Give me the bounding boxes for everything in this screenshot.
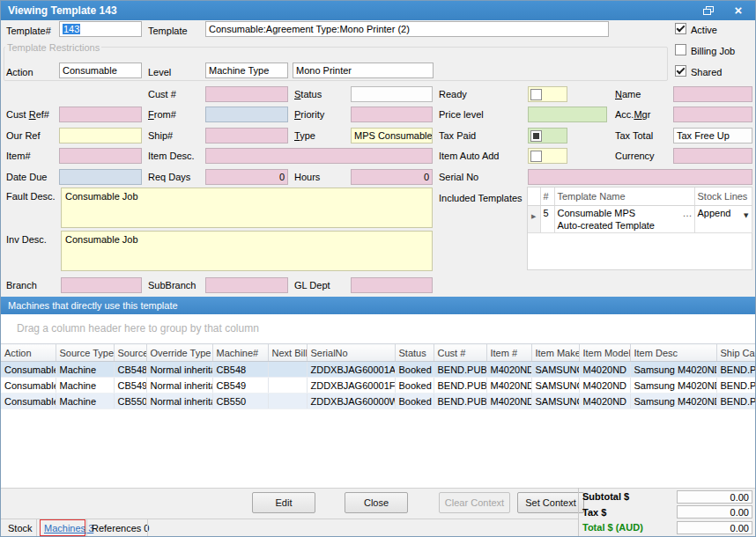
machines-cell[interactable]: SAMSUNG [531, 378, 579, 394]
machines-column-header[interactable]: Machine# [212, 344, 268, 362]
machines-column-header[interactable]: Source [114, 344, 146, 362]
ready-checkbox[interactable] [530, 89, 542, 100]
fault-desc-memo[interactable]: Consumable Job [61, 188, 433, 228]
gl-dept-field[interactable] [351, 277, 433, 293]
machines-cell[interactable]: M4020ND [486, 378, 531, 394]
machines-cell[interactable]: CB550 [114, 394, 146, 409]
serial-no-field[interactable] [528, 169, 752, 185]
template-no-field[interactable]: 143 [59, 21, 142, 37]
included-template-row[interactable]: ▶ 5 Consumable MPS … Auto-created Templa… [528, 206, 752, 233]
our-ref-field[interactable] [59, 128, 142, 143]
machines-cell[interactable]: Consumable [1, 394, 56, 409]
ready-field[interactable] [528, 86, 567, 102]
machines-cell[interactable]: SAMSUNG [531, 362, 579, 378]
machines-cell[interactable]: M4020ND [579, 378, 630, 394]
machines-cell[interactable]: Normal inheritance [146, 378, 212, 394]
machines-cell[interactable]: Machine [56, 378, 114, 394]
machines-column-header[interactable]: Item Make [531, 344, 579, 362]
machines-cell[interactable]: Consumable [1, 362, 56, 378]
machines-cell[interactable]: M4020ND [486, 362, 531, 378]
ship-no-field[interactable] [205, 128, 288, 143]
item-no-field[interactable] [59, 148, 142, 164]
machines-cell[interactable]: Consumable [1, 378, 56, 394]
tax-total-field[interactable]: Tax Free Up [673, 128, 752, 143]
priority-field[interactable] [351, 107, 433, 122]
level-type-field[interactable]: Machine Type [205, 63, 288, 78]
machines-row[interactable]: ConsumableMachineCB548Normal inheritance… [1, 362, 756, 378]
machines-cell[interactable]: M4020ND [486, 394, 531, 409]
machines-row[interactable]: ConsumableMachineCB549Normal inheritance… [1, 378, 756, 394]
machines-cell[interactable]: CB548 [212, 362, 268, 378]
billing-job-checkbox[interactable] [675, 44, 686, 55]
machines-cell[interactable]: BEND.PUBL [434, 378, 486, 394]
item-desc-field[interactable] [205, 148, 433, 164]
currency-field[interactable] [673, 148, 752, 164]
machines-cell[interactable]: ZDDXBJAG60001FD [307, 378, 395, 394]
restore-button[interactable] [695, 1, 722, 20]
tax-paid-field[interactable] [528, 128, 567, 143]
machines-cell[interactable]: Booked [395, 362, 434, 378]
machines-cell[interactable]: Normal inheritance [146, 394, 212, 409]
close-icon[interactable]: × [725, 1, 752, 20]
included-row-stock-lines[interactable]: Append▼ [694, 206, 752, 233]
item-auto-add-checkbox[interactable] [530, 151, 542, 162]
machines-cell[interactable]: Machine [56, 394, 114, 409]
req-days-field[interactable]: 0 [205, 169, 288, 185]
total-field[interactable]: 0.00 [677, 521, 752, 534]
machines-column-header[interactable]: Override Type [146, 344, 212, 362]
active-checkbox[interactable] [675, 23, 686, 34]
machines-cell[interactable]: Samsung M4020ND [630, 378, 716, 394]
machines-cell[interactable]: BEND.PUBL [434, 394, 486, 409]
type-field[interactable]: MPS Consumable [351, 128, 433, 143]
machines-cell[interactable]: SAMSUNG [531, 394, 579, 409]
subbranch-field[interactable] [205, 277, 288, 293]
machines-cell[interactable] [268, 378, 307, 394]
included-col-name[interactable]: Template Name [554, 188, 694, 206]
close-button[interactable]: Close [345, 492, 408, 513]
statusbar-tab-stock[interactable]: Stock [8, 523, 33, 533]
machines-cell[interactable] [268, 362, 307, 378]
subtotal-field[interactable]: 0.00 [677, 490, 752, 504]
dropdown-arrow-icon[interactable]: ▼ [744, 210, 748, 222]
included-col-stock[interactable]: Stock Lines [694, 188, 752, 206]
machines-cell[interactable]: Normal inheritance [146, 362, 212, 378]
machines-cell[interactable]: Samsung M4020ND [630, 362, 716, 378]
machines-column-header[interactable]: Source Type [56, 344, 114, 362]
machines-cell[interactable]: Machine [56, 362, 114, 378]
machines-cell[interactable]: CB548 [114, 362, 146, 378]
machines-column-header[interactable]: Item Desc [630, 344, 716, 362]
date-due-field[interactable] [59, 169, 142, 185]
item-auto-add-field[interactable] [528, 148, 567, 164]
action-field[interactable]: Consumable [59, 63, 142, 78]
machines-cell[interactable]: Samsung M4020ND [630, 394, 716, 409]
machines-column-header[interactable]: Ship Car [716, 344, 756, 362]
machines-column-header[interactable]: Cust # [434, 344, 486, 362]
machines-cell[interactable]: ZDDXBJAG60000WX [307, 394, 395, 409]
machines-cell[interactable]: CB549 [212, 378, 268, 394]
machines-column-header[interactable]: Next Bill [268, 344, 307, 362]
machines-cell[interactable]: BEND.PUBL [716, 362, 756, 378]
statusbar-tab-references[interactable]: References 0 [92, 523, 149, 533]
included-row-name[interactable]: Consumable MPS … Auto-created Template [554, 206, 694, 233]
included-col-num[interactable]: # [540, 188, 554, 206]
status-field[interactable] [351, 86, 433, 102]
template-field[interactable]: Consumable:Agreement Type:Mono Printer (… [205, 21, 609, 37]
machines-cell[interactable]: BEND.PUBL [716, 394, 756, 409]
machines-cell[interactable]: CB550 [212, 394, 268, 409]
name-field[interactable] [673, 86, 752, 102]
set-context-button[interactable]: Set Context [517, 492, 584, 513]
machines-cell[interactable]: M4020ND [579, 394, 630, 409]
ellipsis-button[interactable]: … [683, 207, 693, 219]
machines-row[interactable]: ConsumableMachineCB550Normal inheritance… [1, 394, 756, 409]
from-no-field[interactable] [205, 107, 288, 122]
cust-no-field[interactable] [205, 86, 288, 102]
edit-button[interactable]: Edit [252, 492, 315, 513]
machines-cell[interactable]: BEND.PUBL [434, 362, 486, 378]
machines-column-header[interactable]: Action [1, 344, 56, 362]
inv-desc-memo[interactable]: Consumable Job [61, 231, 433, 271]
machines-cell[interactable]: BEND.PUBL [716, 378, 756, 394]
machines-column-header[interactable]: Status [395, 344, 434, 362]
price-level-field[interactable] [528, 107, 607, 122]
machines-cell[interactable]: Booked [395, 394, 434, 409]
cust-ref-field[interactable] [59, 107, 142, 122]
